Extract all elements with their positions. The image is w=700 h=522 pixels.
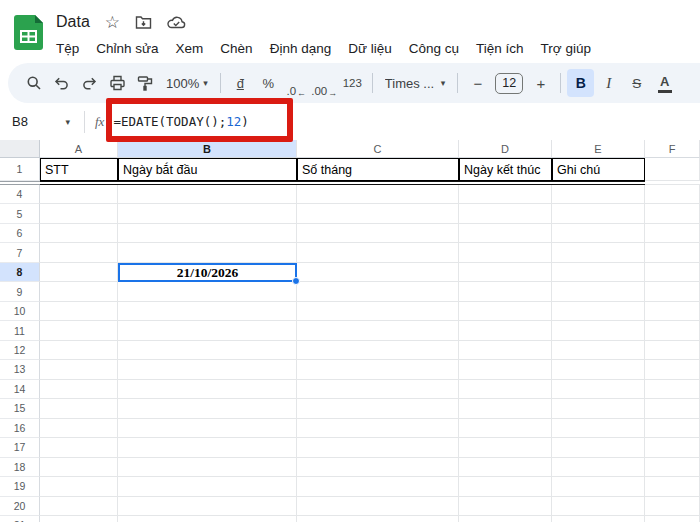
cell-B11[interactable] bbox=[118, 321, 297, 340]
cell-B18[interactable] bbox=[118, 458, 297, 477]
cell-A13[interactable] bbox=[40, 360, 118, 379]
cell-F5[interactable] bbox=[645, 204, 700, 223]
cell-C10[interactable] bbox=[297, 302, 459, 321]
cell-D5[interactable] bbox=[459, 204, 552, 223]
column-header-A[interactable]: A bbox=[40, 140, 118, 158]
menu-item-chinh-sua[interactable]: Chỉnh sửa bbox=[96, 41, 158, 56]
zoom-select[interactable]: 100%▾ bbox=[160, 69, 214, 97]
cell-B4[interactable] bbox=[118, 185, 297, 204]
cell-E15[interactable] bbox=[552, 399, 645, 418]
cloud-saved-icon[interactable] bbox=[167, 15, 186, 29]
cell-D9[interactable] bbox=[459, 282, 552, 301]
cell-E8[interactable] bbox=[552, 263, 645, 282]
cell-C7[interactable] bbox=[297, 243, 459, 262]
cell-D11[interactable] bbox=[459, 321, 552, 340]
undo-icon[interactable] bbox=[48, 69, 75, 97]
cell-A21[interactable] bbox=[40, 516, 118, 522]
cell-C18[interactable] bbox=[297, 458, 459, 477]
cell-A6[interactable] bbox=[40, 224, 118, 243]
increase-decimal-button[interactable]: .00→ bbox=[311, 69, 338, 97]
cell-E21[interactable] bbox=[552, 516, 645, 522]
cell-E12[interactable] bbox=[552, 341, 645, 360]
column-header-C[interactable]: C bbox=[297, 140, 459, 158]
cell-D20[interactable] bbox=[459, 497, 552, 516]
cell-B14[interactable] bbox=[118, 380, 297, 399]
cell-F9[interactable] bbox=[645, 282, 700, 301]
row-header-13[interactable]: 13 bbox=[0, 360, 40, 379]
row-header-14[interactable]: 14 bbox=[0, 380, 40, 399]
cell-F19[interactable] bbox=[645, 477, 700, 496]
redo-icon[interactable] bbox=[76, 69, 103, 97]
cell-F14[interactable] bbox=[645, 380, 700, 399]
cell-F12[interactable] bbox=[645, 341, 700, 360]
row-header-19[interactable]: 19 bbox=[0, 477, 40, 496]
menu-item-tro-giup[interactable]: Trợ giúp bbox=[541, 41, 591, 56]
cell-B16[interactable] bbox=[118, 419, 297, 438]
cell-D14[interactable] bbox=[459, 380, 552, 399]
cell-E11[interactable] bbox=[552, 321, 645, 340]
document-title[interactable]: Data bbox=[56, 13, 90, 31]
row-header-15[interactable]: 15 bbox=[0, 399, 40, 418]
cell-D8[interactable] bbox=[459, 263, 552, 282]
cell-C15[interactable] bbox=[297, 399, 459, 418]
cell-B21[interactable] bbox=[118, 516, 297, 522]
star-icon[interactable]: ☆ bbox=[105, 14, 120, 31]
cell-A9[interactable] bbox=[40, 282, 118, 301]
text-color-button[interactable]: A bbox=[651, 69, 678, 97]
cell-E9[interactable] bbox=[552, 282, 645, 301]
cell-C9[interactable] bbox=[297, 282, 459, 301]
cell-B8[interactable]: 21/10/2026 bbox=[118, 263, 297, 282]
cell-E5[interactable] bbox=[552, 204, 645, 223]
cell-C19[interactable] bbox=[297, 477, 459, 496]
cell-A10[interactable] bbox=[40, 302, 118, 321]
cell-F4[interactable] bbox=[645, 185, 700, 204]
search-icon[interactable] bbox=[20, 69, 47, 97]
row-header-18[interactable]: 18 bbox=[0, 458, 40, 477]
cell-A18[interactable] bbox=[40, 458, 118, 477]
cell-C4[interactable] bbox=[297, 185, 459, 204]
row-header-20[interactable]: 20 bbox=[0, 497, 40, 516]
cell-D10[interactable] bbox=[459, 302, 552, 321]
column-header-F[interactable]: F bbox=[645, 140, 700, 158]
cell-F20[interactable] bbox=[645, 497, 700, 516]
sheets-logo-icon[interactable] bbox=[14, 15, 43, 51]
cell-E14[interactable] bbox=[552, 380, 645, 399]
cell-E16[interactable] bbox=[552, 419, 645, 438]
cell-C6[interactable] bbox=[297, 224, 459, 243]
cell-B7[interactable] bbox=[118, 243, 297, 262]
cell-C12[interactable] bbox=[297, 341, 459, 360]
cell-A19[interactable] bbox=[40, 477, 118, 496]
name-box[interactable]: B8 ▾ bbox=[0, 114, 78, 129]
row-header-10[interactable]: 10 bbox=[0, 302, 40, 321]
row-header-9[interactable]: 9 bbox=[0, 282, 40, 301]
cell-D6[interactable] bbox=[459, 224, 552, 243]
cell-B9[interactable] bbox=[118, 282, 297, 301]
cell-A16[interactable] bbox=[40, 419, 118, 438]
percent-format-button[interactable]: % bbox=[255, 69, 282, 97]
move-to-folder-icon[interactable] bbox=[135, 15, 152, 30]
cell-A7[interactable] bbox=[40, 243, 118, 262]
cell-E17[interactable] bbox=[552, 438, 645, 457]
row-header-16[interactable]: 16 bbox=[0, 419, 40, 438]
row-header-21[interactable]: 21 bbox=[0, 516, 40, 522]
cell-D18[interactable] bbox=[459, 458, 552, 477]
cell-B17[interactable] bbox=[118, 438, 297, 457]
cell-A17[interactable] bbox=[40, 438, 118, 457]
cell-E7[interactable] bbox=[552, 243, 645, 262]
more-formats-button[interactable]: 123 bbox=[339, 69, 366, 97]
row-header-8[interactable]: 8 bbox=[0, 263, 40, 282]
cell-E4[interactable] bbox=[552, 185, 645, 204]
cell-B10[interactable] bbox=[118, 302, 297, 321]
cell-B13[interactable] bbox=[118, 360, 297, 379]
cell-C14[interactable] bbox=[297, 380, 459, 399]
cell-C8[interactable] bbox=[297, 263, 459, 282]
row-header-6[interactable]: 6 bbox=[0, 224, 40, 243]
cell-D19[interactable] bbox=[459, 477, 552, 496]
increase-font-size-button[interactable]: + bbox=[527, 69, 554, 97]
currency-format-button[interactable]: đ bbox=[227, 69, 254, 97]
cell-A12[interactable] bbox=[40, 341, 118, 360]
cell-D17[interactable] bbox=[459, 438, 552, 457]
menu-item-chen[interactable]: Chèn bbox=[220, 41, 252, 56]
cell-E10[interactable] bbox=[552, 302, 645, 321]
cell-C1[interactable]: Số tháng bbox=[297, 158, 459, 181]
